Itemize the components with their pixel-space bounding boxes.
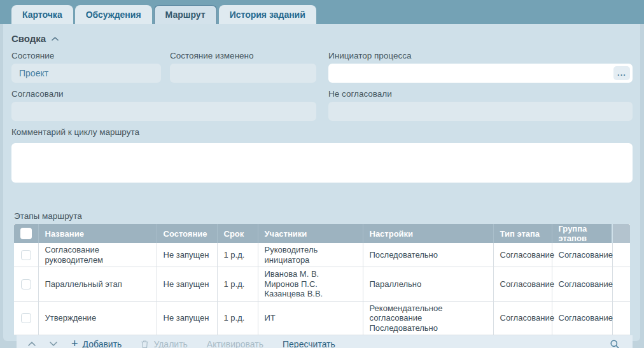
recalculate-button-label: Пересчитать: [283, 339, 335, 348]
state-changed-label: Состояние изменено: [170, 51, 316, 60]
tab-card[interactable]: Карточка: [11, 5, 73, 24]
not-approved-input[interactable]: [328, 102, 633, 121]
column-header-term: Срок: [217, 224, 258, 243]
column-header-settings: Настройки: [363, 224, 493, 243]
route-tab-panel: Сводка Состояние Состояние изменено Иниц…: [3, 24, 640, 341]
delete-button-label: Удалить: [153, 339, 187, 348]
table-row: Согласование руководителем Не запущен 1 …: [14, 243, 630, 267]
cell-settings[interactable]: Рекомендательное согласование Последоват…: [363, 301, 493, 335]
cell-name[interactable]: Утверждение: [38, 301, 157, 335]
participant: ИТ: [265, 313, 356, 323]
cell-stage-type[interactable]: Согласование: [493, 243, 552, 267]
setting: Последовательно: [370, 250, 487, 260]
initiator-input[interactable]: [328, 64, 633, 83]
move-down-button[interactable]: [50, 342, 57, 346]
chevron-down-icon: [50, 342, 57, 346]
cell-settings[interactable]: Последовательно: [363, 243, 493, 267]
participant: Казанцева В.В.: [265, 289, 356, 299]
table-header-row: Название Состояние Срок Участники Настро…: [14, 224, 630, 243]
approved-label: Согласовали: [11, 89, 316, 99]
state-changed-input[interactable]: [170, 64, 316, 83]
ellipsis-icon: ...: [617, 68, 626, 78]
setting: Рекомендательное согласование: [370, 303, 487, 323]
table-scroll-gutter: [612, 267, 630, 302]
cell-stage-type[interactable]: Согласование: [493, 301, 552, 335]
column-header-stage-group: Группа этапов: [552, 224, 612, 243]
stages-section: Этапы маршрута Название Состояние Срок У…: [11, 211, 633, 348]
column-header-participants: Участники: [258, 224, 363, 243]
state-label: Состояние: [11, 51, 161, 60]
column-header-stage-type: Тип этапа: [493, 224, 552, 243]
participant: Руководитель инициатора: [265, 245, 356, 265]
cell-stage-group[interactable]: Согласование: [552, 301, 612, 335]
setting: Параллельно: [370, 279, 487, 289]
cell-stage-group[interactable]: Согласование: [552, 267, 612, 302]
approved-input[interactable]: [11, 102, 316, 121]
activate-button-label: Активировать: [207, 339, 263, 348]
initiator-field-wrap: ...: [328, 64, 633, 83]
add-button-label: Добавить: [83, 339, 122, 348]
initiator-label: Инициатор процесса: [328, 51, 633, 60]
tab-bar: Карточка Обсуждения Маршрут История зада…: [11, 5, 316, 24]
stages-table: Название Состояние Срок Участники Настро…: [14, 224, 630, 335]
move-up-button[interactable]: [28, 342, 36, 346]
table-scroll-gutter: [612, 243, 630, 267]
state-input[interactable]: [11, 64, 161, 83]
cycle-comment-textarea[interactable]: [11, 143, 633, 183]
cell-state[interactable]: Не запущен: [157, 243, 217, 267]
summary-title: Сводка: [11, 33, 46, 44]
select-all-checkbox[interactable]: [20, 228, 32, 239]
table-row: Утверждение Не запущен 1 р.д. ИТ Рекомен…: [14, 301, 630, 335]
summary-section-header: Сводка: [11, 32, 633, 45]
cell-stage-type[interactable]: Согласование: [493, 267, 552, 302]
participant: Миронов П.С.: [265, 279, 356, 289]
tab-discussions[interactable]: Обсуждения: [75, 5, 152, 24]
recalculate-button[interactable]: Пересчитать: [283, 339, 335, 348]
cell-participants[interactable]: Иванова М. В. Миронов П.С. Казанцева В.В…: [258, 267, 363, 302]
table-row: Параллельный этап Не запущен 1 р.д. Иван…: [14, 267, 630, 302]
search-button[interactable]: [610, 339, 620, 348]
chevron-up-icon: [52, 37, 59, 41]
cell-term[interactable]: 1 р.д.: [217, 243, 258, 267]
column-header-name: Название: [38, 224, 157, 243]
add-button[interactable]: + Добавить: [71, 339, 122, 348]
cell-participants[interactable]: ИТ: [258, 301, 363, 335]
activate-button[interactable]: Активировать: [207, 339, 263, 348]
initiator-picker-button[interactable]: ...: [613, 66, 630, 80]
row-checkbox[interactable]: [21, 250, 31, 260]
chevron-up-icon: [28, 342, 36, 346]
table-scroll-gutter: [612, 301, 630, 335]
setting: Последовательно: [370, 323, 487, 333]
row-checkbox[interactable]: [21, 313, 31, 323]
search-icon: [610, 339, 620, 348]
participant: Иванова М. В.: [265, 269, 356, 279]
cell-stage-group[interactable]: Согласование: [552, 243, 612, 267]
cell-term[interactable]: 1 р.д.: [217, 301, 258, 335]
cycle-comment-label: Комментарий к циклу маршрута: [11, 127, 633, 137]
cell-state[interactable]: Не запущен: [157, 301, 217, 335]
row-checkbox[interactable]: [21, 279, 31, 289]
cell-state[interactable]: Не запущен: [157, 267, 217, 302]
trash-icon: [141, 340, 149, 348]
plus-icon: +: [71, 338, 78, 348]
delete-button[interactable]: Удалить: [141, 339, 187, 348]
not-approved-label: Не согласовали: [328, 89, 633, 99]
cell-participants[interactable]: Руководитель инициатора: [258, 243, 363, 267]
collapse-summary-button[interactable]: [52, 36, 59, 41]
stages-toolbar: + Добавить Удалить Активировать Пересчит…: [17, 335, 633, 348]
cell-name[interactable]: Согласование руководителем: [38, 243, 157, 267]
tab-task-history[interactable]: История заданий: [219, 5, 316, 24]
cell-term[interactable]: 1 р.д.: [217, 267, 258, 302]
cell-settings[interactable]: Параллельно: [363, 267, 493, 302]
column-header-state: Состояние: [157, 224, 217, 243]
cell-name[interactable]: Параллельный этап: [38, 267, 157, 302]
stages-title: Этапы маршрута: [14, 211, 633, 221]
table-scroll-gutter-header: [612, 224, 630, 243]
tab-route[interactable]: Маршрут: [154, 5, 217, 24]
